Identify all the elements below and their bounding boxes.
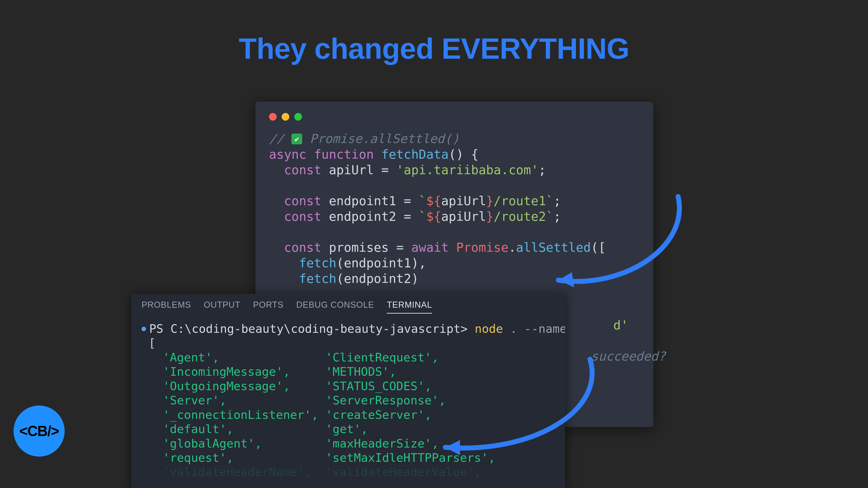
terminal-output[interactable]: PS C:\coding-beauty\coding-beauty-javasc… (131, 314, 565, 480)
headline: They changed EVERYTHING (0, 32, 868, 66)
terminal-tabs: PROBLEMS OUTPUT PORTS DEBUG CONSOLE TERM… (131, 294, 565, 314)
window-controls (269, 113, 640, 121)
tab-problems[interactable]: PROBLEMS (142, 300, 191, 314)
logo-text: <CB/> (20, 423, 59, 440)
maximize-icon[interactable] (294, 113, 302, 121)
close-icon[interactable] (269, 113, 277, 121)
tab-debug-console[interactable]: DEBUG CONSOLE (296, 300, 374, 314)
minimize-icon[interactable] (282, 113, 289, 121)
tab-terminal[interactable]: TERMINAL (387, 300, 432, 314)
check-icon: ✔ (291, 133, 302, 144)
prompt-indicator-icon (142, 327, 146, 331)
tab-output[interactable]: OUTPUT (204, 300, 240, 314)
tab-ports[interactable]: PORTS (253, 300, 283, 314)
logo-badge: <CB/> (13, 405, 65, 457)
terminal-panel: PROBLEMS OUTPUT PORTS DEBUG CONSOLE TERM… (131, 294, 565, 488)
